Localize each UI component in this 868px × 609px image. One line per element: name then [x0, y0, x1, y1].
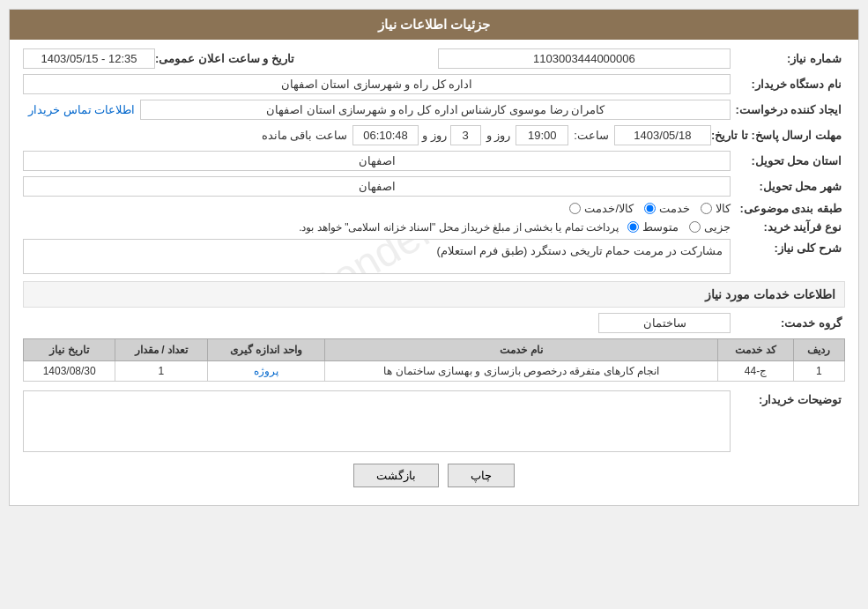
page-wrapper: جزئیات اطلاعات نیاز شماره نیاز: 11030034… [0, 0, 868, 609]
city-delivery-label: شهر محل تحویل: [731, 180, 845, 193]
col-header-code: کد خدمت [718, 339, 794, 361]
category-label: طبقه بندی موضوعی: [731, 202, 845, 215]
creator-label: ایجاد کننده درخواست: [731, 103, 845, 116]
need-description-text: مشارکت در مرمت حمام تاریخی دستگرد (طبق ف… [436, 244, 723, 257]
send-deadline-label: مهلت ارسال پاسخ: تا تاریخ: [711, 129, 845, 142]
main-card: جزئیات اطلاعات نیاز شماره نیاز: 11030034… [9, 9, 859, 506]
service-group-label: گروه خدمت: [731, 316, 845, 330]
buyer-notes-label: توضیحات خریدار: [731, 390, 845, 406]
service-group-row: گروه خدمت: ساختمان [23, 313, 845, 333]
province-delivery-value: اصفهان [23, 151, 731, 171]
creator-row: ایجاد کننده درخواست: کامران رضا موسوی کا… [23, 100, 845, 120]
send-remaining-label: ساعت باقی مانده [256, 129, 352, 142]
service-group-value: ساختمان [598, 313, 731, 333]
back-button[interactable]: بازگشت [353, 464, 439, 487]
category-option-kala-khedmat: کالا/خدمت [569, 202, 634, 215]
buyer-org-row: نام دستگاه خریدار: اداره کل راه و شهرساز… [23, 74, 845, 94]
creator-value: کامران رضا موسوی کارشناس اداره کل راه و … [140, 100, 731, 120]
need-description-value: مشارکت در مرمت حمام تاریخی دستگرد (طبق ف… [23, 239, 731, 274]
need-number-label: شماره نیاز: [731, 52, 845, 65]
cell-date: 1403/08/30 [24, 361, 115, 382]
send-remaining-value: 06:10:48 [352, 125, 419, 145]
purchase-jozi-item: جزیی [689, 220, 731, 234]
purchase-motavasset-radio[interactable] [627, 221, 639, 233]
need-number-row: شماره نیاز: 1103003444000006 تاریخ و ساع… [23, 48, 845, 69]
purchase-motavasset-label: متوسط [642, 220, 679, 234]
purchase-type-radio-group: جزیی متوسط [627, 220, 731, 234]
buyer-notes-row: توضیحات خریدار: [23, 390, 845, 455]
send-deadline-row: مهلت ارسال پاسخ: تا تاریخ: 1403/05/18 سا… [23, 125, 845, 145]
card-body: شماره نیاز: 1103003444000006 تاریخ و ساع… [10, 40, 858, 505]
need-description-row: شرح کلی نیاز: مشارکت در مرمت حمام تاریخی… [23, 239, 845, 274]
category-kala-khedmat-label: کالا/خدمت [584, 202, 634, 215]
purchase-motavasset-item: متوسط [627, 220, 679, 234]
buyer-notes-textarea[interactable] [23, 390, 731, 452]
buyer-org-value: اداره کل راه و شهرسازی استان اصفهان [23, 74, 731, 94]
category-row: طبقه بندی موضوعی: کالا خدمت کالا/خدمت [23, 202, 845, 215]
category-option-khedmat: خدمت [644, 202, 690, 215]
category-kala-label: کالا [716, 202, 731, 215]
col-header-unit: واحد اندازه گیری [207, 339, 325, 361]
button-row: چاپ بازگشت [23, 464, 845, 496]
col-header-name: نام خدمت [325, 339, 718, 361]
send-time-value: 19:00 [516, 125, 568, 145]
need-description-wrapper: مشارکت در مرمت حمام تاریخی دستگرد (طبق ف… [23, 239, 731, 274]
col-header-qty: تعداد / مقدار [115, 339, 207, 361]
need-number-value: 1103003444000006 [438, 48, 731, 69]
category-khedmat-label: خدمت [659, 202, 690, 215]
purchase-type-row: نوع فرآیند خرید: جزیی متوسط پرداخت تمام … [23, 220, 845, 234]
purchase-jozi-label: جزیی [704, 220, 731, 234]
cell-unit: پروژه [207, 361, 325, 382]
buyer-org-label: نام دستگاه خریدار: [731, 78, 845, 91]
category-radio-group: کالا خدمت کالا/خدمت [569, 202, 731, 215]
buyer-notes-wrapper [23, 390, 731, 455]
col-header-date: تاریخ نیاز [24, 339, 115, 361]
province-delivery-row: استان محل تحویل: اصفهان [23, 151, 845, 171]
cell-row-num: 1 [793, 361, 844, 382]
send-time-label: ساعت: [568, 129, 614, 142]
category-khedmat-radio[interactable] [644, 203, 656, 214]
send-days-value: 3 [450, 125, 481, 145]
category-kala-radio[interactable] [701, 203, 712, 214]
services-section-label: اطلاعات خدمات مورد نیاز [705, 287, 835, 301]
category-kala-khedmat-radio[interactable] [569, 203, 581, 214]
send-days-unit: روز و [419, 129, 450, 142]
purchase-jozi-radio[interactable] [689, 221, 701, 233]
need-description-label: شرح کلی نیاز: [731, 239, 845, 255]
table-row: 1ج-44انجام کارهای متفرقه درخصوص بازسازی … [24, 361, 845, 382]
send-days-label: روز و [481, 129, 516, 142]
province-delivery-label: استان محل تحویل: [731, 154, 845, 167]
services-section-header: اطلاعات خدمات مورد نیاز [23, 281, 845, 308]
city-delivery-row: شهر محل تحویل: اصفهان [23, 176, 845, 197]
purchase-note: پرداخت تمام یا بخشی از مبلغ خریداز محل "… [23, 221, 627, 234]
page-title: جزئیات اطلاعات نیاز [378, 17, 490, 32]
card-header: جزئیات اطلاعات نیاز [10, 10, 858, 40]
date-announce-value: 1403/05/15 - 12:35 [23, 48, 155, 69]
category-option-kala: کالا [701, 202, 731, 215]
col-header-row: ردیف [793, 339, 844, 361]
cell-code: ج-44 [718, 361, 794, 382]
contact-link[interactable]: اطلاعات تماس خریدار [23, 100, 140, 119]
services-table: ردیف کد خدمت نام خدمت واحد اندازه گیری ت… [23, 338, 845, 382]
cell-qty: 1 [115, 361, 207, 382]
date-announce-label: تاریخ و ساعت اعلان عمومی: [155, 52, 298, 65]
city-delivery-value: اصفهان [23, 176, 731, 197]
print-button[interactable]: چاپ [448, 464, 515, 487]
send-date-value: 1403/05/18 [614, 125, 711, 145]
cell-name: انجام کارهای متفرقه درخصوص بازسازی و بهس… [325, 361, 718, 382]
purchase-type-label: نوع فرآیند خرید: [731, 220, 845, 234]
